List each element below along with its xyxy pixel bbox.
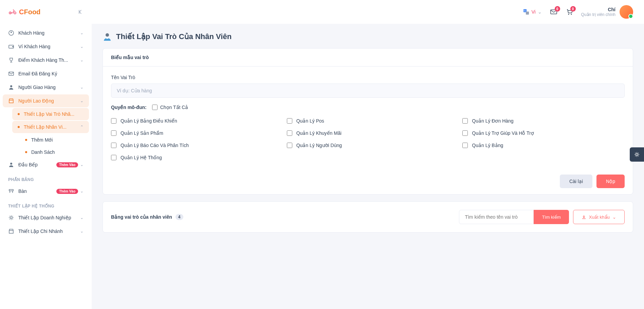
- nav: Khách Hàng ⌄ Ví Khách Hàng ⌄ Điểm Khách …: [0, 24, 92, 245]
- sidebar-item-wallet[interactable]: Ví Khách Hàng ⌄: [3, 40, 89, 53]
- gear-icon: [8, 215, 14, 221]
- table-title: Bảng vai trò của nhân viên: [111, 214, 172, 220]
- role-form-card: Biểu mẫu vai trò Tên Vai Trò Quyền mô-đu…: [103, 48, 633, 195]
- wallet-icon: [8, 43, 14, 50]
- logo[interactable]: CFood: [8, 8, 40, 16]
- user-role: Quản trị viên chính: [581, 12, 615, 17]
- search-button[interactable]: Tìm kiếm: [534, 210, 569, 224]
- chef-icon: [8, 162, 14, 168]
- perm-users[interactable]: Quản Lý Người Dùng: [287, 143, 449, 148]
- perm-promo[interactable]: Quản Lý Khuyến Mãi: [287, 130, 449, 136]
- perm-reports[interactable]: Quản Lý Báo Cáo Và Phân Tích: [111, 143, 273, 148]
- export-button[interactable]: Xuất khẩu ⌄: [573, 210, 625, 224]
- sidebar-item-emails[interactable]: Email Đã Đăng Ký: [3, 67, 89, 80]
- sidebar-item-biz-setup[interactable]: Thiết Lập Doanh Nghiệp ⌄: [3, 211, 89, 224]
- svg-rect-3: [12, 46, 14, 47]
- sidebar-item-delivery[interactable]: Người Giao Hàng ⌄: [3, 81, 89, 94]
- trophy-icon: [8, 57, 14, 63]
- role-name-label: Tên Vai Trò: [111, 75, 625, 80]
- chevron-down-icon: ⌄: [80, 189, 84, 194]
- chevron-down-icon: ⌄: [612, 215, 616, 220]
- sidebar-item-branch-setup[interactable]: Thiết Lập Chi Nhánh ⌄: [3, 225, 89, 238]
- sidebar-item-points[interactable]: Điểm Khách Hàng Th... ⌄: [3, 54, 89, 67]
- sidebar-sub-add-new[interactable]: Thêm Mới: [20, 134, 89, 146]
- perm-orders[interactable]: Quản Lý Đơn Hàng: [462, 118, 625, 124]
- perm-dashboard[interactable]: Quản Lý Bảng Điều Khiển: [111, 118, 273, 124]
- sidebar-sub-list[interactable]: Danh Sách: [20, 146, 89, 158]
- search-input[interactable]: [459, 210, 534, 224]
- sidebar-sub-role-setup[interactable]: Thiết Lập Vai Trò Nhâ...: [12, 108, 89, 120]
- cart-count-badge: 0: [570, 6, 576, 12]
- user-circle-icon: [8, 30, 14, 36]
- reset-button[interactable]: Cài lại: [560, 175, 592, 188]
- chevron-down-icon: ⌄: [80, 85, 84, 90]
- role-name-input[interactable]: [111, 84, 625, 98]
- messages-button[interactable]: 0: [550, 8, 557, 16]
- svg-point-14: [571, 14, 572, 15]
- person-icon: [8, 84, 14, 90]
- download-icon: [582, 215, 586, 219]
- module-permission-label: Quyền mô-đun:: [111, 105, 147, 110]
- submit-button[interactable]: Nộp: [596, 175, 625, 188]
- cart-button[interactable]: 0: [566, 8, 573, 16]
- perm-table[interactable]: Quản Lý Bảng: [462, 143, 625, 148]
- select-all-checkbox[interactable]: Chọn Tất Cả: [152, 105, 188, 110]
- sidebar-sub-staff-setup[interactable]: Thiết Lập Nhân Vi... ⌃: [12, 121, 89, 133]
- svg-point-5: [10, 85, 12, 87]
- form-header: Biểu mẫu vai trò: [103, 49, 633, 67]
- svg-point-17: [636, 153, 638, 156]
- branch-icon: [8, 228, 14, 234]
- sidebar-item-chef[interactable]: Đầu Bếp Thêm Vào⌄: [3, 158, 89, 171]
- svg-rect-7: [9, 189, 13, 191]
- svg-point-13: [568, 14, 569, 15]
- settings-tab[interactable]: [630, 147, 644, 162]
- store-icon: [8, 98, 14, 104]
- permission-grid: Quản Lý Bảng Điều Khiển Quản Lý Pos Quản…: [111, 118, 625, 160]
- content: Thiết Lập Vai Trò Của Nhân Viên Biểu mẫu…: [92, 24, 644, 248]
- message-count-badge: 0: [555, 6, 560, 12]
- chevron-down-icon: ⌄: [538, 9, 542, 15]
- mail-icon: [8, 71, 14, 77]
- sidebar-header: CFood: [0, 0, 92, 24]
- topbar: G Vi ⌄ 0 0 Chí Quản trị viên chính: [92, 0, 644, 24]
- svg-point-6: [10, 163, 12, 165]
- collapse-sidebar-button[interactable]: [77, 9, 84, 15]
- svg-text:G: G: [524, 10, 526, 12]
- translate-icon: G: [523, 9, 529, 15]
- page-title: Thiết Lập Vai Trò Của Nhân Viên: [116, 32, 232, 41]
- table-count-badge: 4: [176, 214, 183, 220]
- addon-badge: Thêm Vào: [56, 189, 78, 194]
- role-table-card: Bảng vai trò của nhân viên 4 Tìm kiếm Xu…: [103, 201, 633, 233]
- main: G Vi ⌄ 0 0 Chí Quản trị viên chính: [92, 0, 644, 309]
- addon-badge: Thêm Vào: [56, 162, 78, 167]
- chevron-up-icon: ⌃: [80, 125, 84, 129]
- chevron-down-icon: ⌄: [80, 98, 84, 103]
- svg-rect-16: [106, 37, 108, 39]
- chevron-down-icon: ⌄: [80, 31, 84, 35]
- perm-pos[interactable]: Quản Lý Pos: [287, 118, 449, 124]
- chevron-down-icon: ⌄: [80, 229, 84, 234]
- user-name: Chí: [581, 7, 615, 12]
- user-menu[interactable]: Chí Quản trị viên chính: [581, 5, 633, 19]
- sidebar-item-employees[interactable]: Người Lao Động ⌄: [3, 94, 89, 107]
- scooter-icon: [8, 8, 16, 15]
- svg-rect-4: [9, 72, 14, 75]
- svg-point-8: [10, 217, 12, 219]
- sidebar: CFood Khách Hàng ⌄ Ví Khách Hàng ⌄ Điểm …: [0, 0, 92, 309]
- chevron-down-icon: ⌄: [80, 162, 84, 167]
- avatar: [620, 5, 633, 19]
- nav-section-system: THIẾT LẬP HỆ THỐNG: [3, 198, 89, 211]
- svg-point-1: [11, 32, 12, 33]
- svg-point-15: [106, 33, 109, 37]
- nav-section-table: PHẦN BẢNG: [3, 172, 89, 185]
- page-header: Thiết Lập Vai Trò Của Nhân Viên: [103, 32, 633, 41]
- sidebar-item-table[interactable]: Bàn Thêm Vào⌄: [3, 185, 89, 198]
- perm-system[interactable]: Quản Lý Hệ Thống: [111, 155, 273, 160]
- chevron-down-icon: ⌄: [80, 58, 84, 62]
- chevron-down-icon: ⌄: [80, 44, 84, 49]
- chevron-down-icon: ⌄: [80, 215, 84, 220]
- perm-products[interactable]: Quản Lý Sản Phẩm: [111, 130, 273, 136]
- perm-support[interactable]: Quản Lý Trợ Giúp Và Hỗ Trợ: [462, 130, 625, 136]
- sidebar-item-customers[interactable]: Khách Hàng ⌄: [3, 26, 89, 39]
- language-switcher[interactable]: G Vi ⌄: [523, 9, 541, 15]
